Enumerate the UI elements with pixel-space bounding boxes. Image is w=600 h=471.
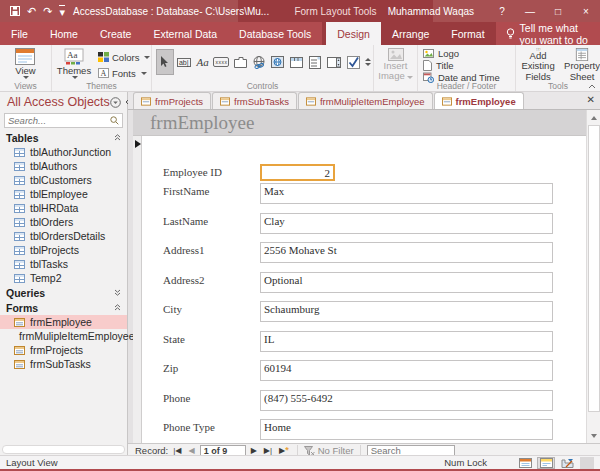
field-value-lastname[interactable]: Clay xyxy=(260,213,553,234)
themes-button[interactable]: Aa Themes xyxy=(52,45,96,82)
nav-item-frmMulipleItemEmployee[interactable]: frmMulipleItemEmployee xyxy=(0,329,127,343)
undo-icon[interactable]: ↶ xyxy=(27,6,36,17)
form-header-band[interactable]: frmEmployee xyxy=(133,110,586,135)
resize-grip[interactable] xyxy=(580,457,594,469)
nav-item-tblEmployee[interactable]: tblEmployee xyxy=(0,187,127,201)
nav-item-tblOrdersDetails[interactable]: tblOrdersDetails xyxy=(0,229,127,243)
scroll-up-button[interactable] xyxy=(588,111,600,124)
view-button[interactable]: View xyxy=(15,45,35,82)
save-icon[interactable] xyxy=(10,6,20,16)
nav-item-frmSubTasks[interactable]: frmSubTasks xyxy=(0,357,127,371)
section-queries[interactable]: Queries xyxy=(0,285,127,300)
maximize-button[interactable]: □ xyxy=(544,0,572,22)
help-button[interactable]: ? xyxy=(488,0,516,22)
nav-item-frmEmployee[interactable]: frmEmployee xyxy=(0,315,127,329)
nav-item-tblProjects[interactable]: tblProjects xyxy=(0,243,127,257)
nav-item-tblCustomers[interactable]: tblCustomers xyxy=(0,173,127,187)
tab-create[interactable]: Create xyxy=(89,22,143,45)
design-view-button[interactable] xyxy=(558,457,576,469)
nav-item-tblAuthors[interactable]: tblAuthors xyxy=(0,159,127,173)
previous-record-button[interactable]: ◀ xyxy=(187,447,197,455)
first-record-button[interactable]: |◀ xyxy=(171,447,183,455)
tab-external-data[interactable]: External Data xyxy=(142,22,228,45)
collapse-ribbon-icon[interactable] xyxy=(588,84,596,89)
field-label-employee-id[interactable]: Employee ID xyxy=(163,166,222,178)
check-box-tool[interactable] xyxy=(344,49,362,75)
logo-button[interactable]: Logo xyxy=(418,47,515,59)
navigation-menu-icon[interactable] xyxy=(110,97,121,108)
last-record-button[interactable]: ▶| xyxy=(262,447,274,455)
section-tables[interactable]: Tables xyxy=(0,130,127,145)
nav-item-tblTasks[interactable]: tblTasks xyxy=(0,257,127,271)
field-label-lastname[interactable]: LastName xyxy=(163,215,208,227)
vertical-scrollbar[interactable] xyxy=(586,110,600,443)
layout-view-button[interactable] xyxy=(537,457,555,469)
doc-tab-frmEmployee[interactable]: frmEmployee xyxy=(434,92,524,109)
tab-file[interactable]: File xyxy=(0,22,39,45)
field-label-firstname[interactable]: FirstName xyxy=(163,185,209,197)
tab-database-tools[interactable]: Database Tools xyxy=(228,22,322,45)
record-selector-bar[interactable] xyxy=(133,136,142,444)
fonts-button[interactable]: A Fonts xyxy=(96,65,150,81)
doc-tab-frmSubTasks[interactable]: frmSubTasks xyxy=(212,92,297,109)
controls-gallery-scroll[interactable] xyxy=(365,58,371,66)
field-value-city[interactable]: Schaumburg xyxy=(260,301,553,322)
field-value-firstname[interactable]: Max xyxy=(260,183,553,204)
scrollbar-thumb[interactable] xyxy=(588,125,600,412)
field-value-phone[interactable]: (847) 555-6492 xyxy=(260,390,553,411)
field-value-address1[interactable]: 2556 Mohave St xyxy=(260,242,553,263)
tab-format[interactable]: Format xyxy=(440,22,495,45)
form-view-button[interactable] xyxy=(516,457,534,469)
field-label-phone[interactable]: Phone xyxy=(163,392,191,404)
field-value-employee-id[interactable]: 2 xyxy=(260,164,335,181)
field-value-phone-type[interactable]: Home xyxy=(260,419,553,440)
hyperlink-tool[interactable] xyxy=(250,49,268,75)
textbox-tool[interactable]: ab| xyxy=(175,49,193,75)
signed-in-user[interactable]: Muhammad Waqas xyxy=(374,6,488,17)
tab-control-tool[interactable] xyxy=(231,49,249,75)
field-value-state[interactable]: IL xyxy=(260,331,553,352)
minimize-button[interactable]: — xyxy=(516,0,544,22)
insert-image-button[interactable]: Insert Image xyxy=(374,45,417,82)
select-pointer-tool[interactable] xyxy=(156,49,174,75)
title-button[interactable]: Title xyxy=(418,59,515,71)
nav-item-tblOrders[interactable]: tblOrders xyxy=(0,215,127,229)
section-forms[interactable]: Forms xyxy=(0,300,127,315)
tab-design[interactable]: Design xyxy=(326,22,381,45)
add-existing-fields-button[interactable]: Add Existing Fields xyxy=(516,45,560,82)
field-value-address2[interactable]: Optional xyxy=(260,272,553,293)
close-document-icon[interactable]: ✕ xyxy=(587,94,595,105)
new-record-button[interactable]: ▶* xyxy=(277,446,291,455)
navigation-search[interactable] xyxy=(4,113,123,128)
nav-item-tblAuthorJunction[interactable]: tblAuthorJunction xyxy=(0,145,127,159)
sidebar-horizontal-scrollbar[interactable] xyxy=(2,445,125,454)
field-label-address2[interactable]: Address2 xyxy=(163,274,205,286)
list-box-tool[interactable] xyxy=(307,49,325,75)
field-value-zip[interactable]: 60194 xyxy=(260,360,553,381)
doc-tab-frmProjects[interactable]: frmProjects xyxy=(133,92,211,109)
button-tool[interactable]: xxxx xyxy=(212,49,230,75)
navigation-control-tool[interactable] xyxy=(288,49,306,75)
navigation-search-input[interactable] xyxy=(8,115,110,126)
doc-tab-frmMulipleItemEmployee[interactable]: frmMulipleItemEmployee xyxy=(298,92,433,109)
tab-arrange[interactable]: Arrange xyxy=(381,22,440,45)
tell-me-box[interactable]: Tell me what you want to do xyxy=(496,22,600,45)
next-record-button[interactable]: ▶ xyxy=(249,447,259,455)
label-tool[interactable]: Aa xyxy=(194,49,212,75)
nav-item-frmProjects[interactable]: frmProjects xyxy=(0,343,127,357)
combo-box-tool[interactable] xyxy=(325,49,343,75)
property-sheet-button[interactable]: Property Sheet xyxy=(564,45,600,82)
web-browser-control-tool[interactable] xyxy=(269,49,287,75)
field-label-state[interactable]: State xyxy=(163,333,185,345)
close-button[interactable]: × xyxy=(572,0,600,22)
field-label-city[interactable]: City xyxy=(163,303,182,315)
tab-home[interactable]: Home xyxy=(39,22,89,45)
nav-item-Temp2[interactable]: Temp2 xyxy=(0,271,127,285)
redo-icon[interactable]: ↷ xyxy=(43,6,52,17)
scroll-down-button[interactable] xyxy=(588,429,600,442)
colors-button[interactable]: Colors xyxy=(96,49,150,65)
customize-qat-icon[interactable]: ▾ xyxy=(59,5,65,18)
nav-item-tblHRData[interactable]: tblHRData xyxy=(0,201,127,215)
field-label-phone-type[interactable]: Phone Type xyxy=(163,421,215,433)
field-label-address1[interactable]: Address1 xyxy=(163,244,205,256)
